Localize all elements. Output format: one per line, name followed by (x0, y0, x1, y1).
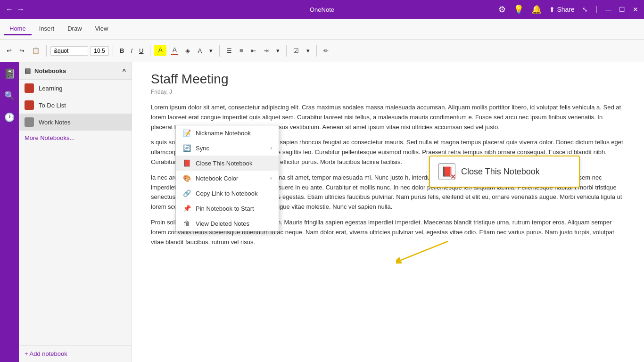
notebooks-header-label: Notebooks (34, 67, 66, 74)
tab-view[interactable]: View (90, 23, 114, 35)
tab-insert[interactable]: Insert (33, 23, 60, 35)
sep1 (46, 45, 47, 57)
notebooks-panel: ▤ Notebooks ^ Learning To Do List Work N… (19, 62, 132, 362)
share-icon: ⬆ (549, 6, 555, 13)
bold-button[interactable]: B (117, 45, 127, 56)
context-menu-color[interactable]: 🎨 Notebook Color › (176, 171, 279, 186)
notebooks-nav-icon[interactable]: 📓 (2, 66, 17, 81)
context-menu-sync-label: Sync (196, 145, 209, 152)
highlight-button[interactable]: A (154, 45, 166, 56)
recent-nav-icon[interactable]: 🕐 (2, 110, 17, 124)
notebooks-header-icon: ▤ (25, 67, 31, 74)
expand-icon[interactable]: ⤡ (582, 6, 588, 13)
clipboard-button[interactable]: 📋 (29, 45, 42, 56)
checkbox-button[interactable]: ☑ (290, 45, 302, 56)
pen-button[interactable]: ✏ (321, 45, 331, 56)
notebooks-list: Learning To Do List Work Notes More Note… (19, 80, 132, 345)
notebook-item-todo[interactable]: To Do List (19, 97, 132, 114)
notebook-label-learning: Learning (39, 85, 63, 92)
back-button[interactable]: ← (6, 5, 13, 14)
undo-button[interactable]: ↩ (4, 45, 15, 56)
format-dropdown[interactable]: ▾ (206, 45, 215, 56)
font-name-input[interactable] (50, 46, 88, 56)
collapse-icon[interactable]: ^ (122, 67, 126, 74)
eraser-button[interactable]: ◈ (182, 45, 193, 56)
main-layout: 📓 🔍 🕐 ▤ Notebooks ^ Learning To Do List … (0, 62, 644, 362)
sync-left: 🔄 Sync (182, 144, 209, 152)
notebook-icon-todo (25, 100, 34, 110)
share-label: Share (557, 6, 574, 13)
ribbon: Home Insert Draw View (0, 19, 644, 40)
font-size-input[interactable] (90, 46, 109, 56)
titlebar-actions: ⚙ 💡 🔔 ⬆ Share ⤡ | — ☐ ✕ (498, 4, 638, 15)
italic-button[interactable]: I (128, 45, 135, 56)
number-list-button[interactable]: ≡ (237, 45, 246, 56)
minimize-button[interactable]: — (605, 6, 611, 13)
callout-text: Close This Notebook (461, 167, 540, 177)
tab-draw[interactable]: Draw (62, 23, 87, 35)
notebook-icon-worknotes (25, 117, 34, 127)
sync-arrow-icon: › (270, 145, 272, 151)
context-menu-pin[interactable]: 📌 Pin Notebook to Start (176, 201, 279, 216)
close-notebook-icon: 📕 (182, 159, 191, 167)
bullet-list-button[interactable]: ☰ (223, 45, 235, 56)
app-title: OneNote (310, 6, 334, 13)
font-color-button[interactable]: A (168, 44, 181, 57)
context-menu-sync[interactable]: 🔄 Sync › (176, 140, 279, 156)
context-menu-close-label: Close This Notebook (196, 160, 252, 167)
list-dropdown-button[interactable]: ▾ (273, 45, 282, 56)
context-menu-deleted[interactable]: 🗑 View Deleted Notes (176, 216, 279, 231)
callout-x-icon: ✕ (450, 173, 456, 181)
checkbox-dropdown-button[interactable]: ▾ (304, 45, 313, 56)
share-button[interactable]: ⬆ Share (549, 6, 574, 13)
highlight-icon: A (158, 46, 163, 53)
more-notebooks-link[interactable]: More Notebooks... (19, 131, 132, 145)
sep2 (113, 45, 113, 57)
tab-home[interactable]: Home (4, 23, 32, 35)
copy-link-icon: 🔗 (182, 189, 191, 197)
pin-icon: 📌 (182, 205, 191, 212)
redo-button[interactable]: ↪ (17, 45, 27, 56)
titlebar: ← → OneNote ⚙ 💡 🔔 ⬆ Share ⤡ | — ☐ ✕ (0, 0, 644, 19)
color-arrow-icon: › (270, 175, 272, 181)
callout-notebook-icon: 📕 ✕ (438, 163, 455, 180)
nickname-icon: 📝 (182, 129, 191, 137)
text-format-button[interactable]: A (195, 45, 205, 56)
indent-decrease-button[interactable]: ⇤ (248, 45, 259, 56)
sep5 (286, 45, 287, 57)
context-menu-deleted-label: View Deleted Notes (196, 220, 249, 227)
context-menu-copy-link-label: Copy Link to Notebook (196, 190, 258, 197)
context-menu-nickname-label: Nickname Notebook (196, 130, 251, 137)
trash-icon: 🗑 (182, 220, 191, 227)
format-group: B I U (117, 45, 146, 56)
notebook-item-worknotes[interactable]: Work Notes (19, 114, 132, 131)
close-notebook-callout: 📕 ✕ Close This Notebook (429, 156, 580, 188)
color-left: 🎨 Notebook Color (182, 174, 238, 182)
forward-button[interactable]: → (17, 5, 25, 14)
notebook-item-learning[interactable]: Learning (19, 80, 132, 97)
context-menu-pin-label: Pin Notebook to Start (196, 205, 254, 212)
maximize-button[interactable]: ☐ (619, 6, 625, 13)
left-nav: 📓 🔍 🕐 (0, 62, 19, 362)
notebooks-header: ▤ Notebooks ^ (19, 62, 132, 80)
close-window-button[interactable]: ✕ (633, 6, 638, 13)
sep4 (219, 45, 220, 57)
color-icon: 🎨 (182, 174, 191, 182)
note-title: Staff Meeting (151, 72, 625, 87)
context-menu-close[interactable]: 📕 Close This Notebook (176, 156, 279, 171)
notebook-label-worknotes: Work Notes (39, 119, 71, 126)
context-menu-color-label: Notebook Color (196, 175, 238, 182)
notebook-icon-learning (25, 83, 34, 93)
bell-icon[interactable]: 🔔 (531, 4, 542, 15)
context-menu-copy-link[interactable]: 🔗 Copy Link to Notebook (176, 186, 279, 201)
add-notebook-button[interactable]: + Add notebook (19, 345, 132, 362)
context-menu-nickname[interactable]: 📝 Nickname Notebook (176, 125, 279, 140)
notebook-label-todo: To Do List (39, 102, 66, 109)
indent-increase-button[interactable]: ⇥ (261, 45, 272, 56)
sep3 (150, 45, 150, 57)
lightbulb-icon[interactable]: 💡 (513, 4, 524, 15)
search-nav-icon[interactable]: 🔍 (2, 89, 17, 103)
underline-button[interactable]: U (136, 45, 146, 56)
settings-icon[interactable]: ⚙ (498, 4, 506, 15)
note-date: Friday, J (151, 89, 625, 95)
